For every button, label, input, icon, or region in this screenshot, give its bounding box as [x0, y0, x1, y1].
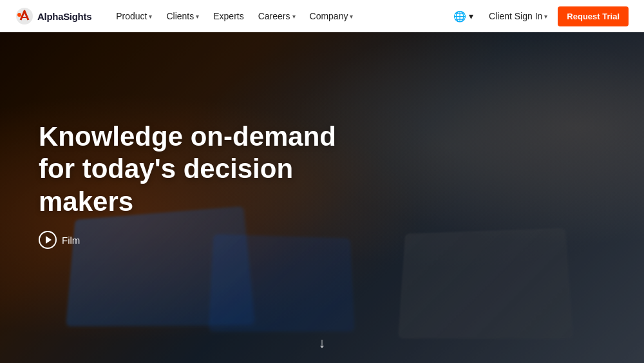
client-signin-label: Client Sign In	[489, 11, 542, 21]
nav-item-clients[interactable]: Clients ▾	[160, 7, 205, 25]
nav-company-label: Company	[310, 11, 348, 21]
nav-careers-chevron: ▾	[292, 13, 296, 20]
nav-product-chevron: ▾	[149, 13, 152, 20]
nav-item-company[interactable]: Company ▾	[303, 7, 360, 25]
navbar: AlphaSights Product ▾ Clients ▾ Experts …	[0, 0, 644, 32]
hero-section: Knowledge on-demand for today's decision…	[0, 0, 644, 363]
client-signin[interactable]: Client Sign In ▾	[482, 7, 554, 25]
alphasights-logo-icon	[15, 7, 33, 25]
nav-clients-label: Clients	[166, 11, 194, 21]
svg-point-1	[17, 13, 21, 17]
nav-item-product[interactable]: Product ▾	[109, 7, 158, 25]
play-circle-icon	[39, 231, 57, 249]
lang-chevron: ▾	[469, 11, 473, 21]
logo[interactable]: AlphaSights	[15, 7, 91, 25]
hero-title-line2: for today's decision makers	[39, 153, 293, 216]
hero-title: Knowledge on-demand for today's decision…	[39, 121, 374, 218]
nav-experts-label: Experts	[213, 11, 243, 21]
client-signin-chevron: ▾	[544, 13, 547, 20]
globe-icon: 🌐	[453, 10, 466, 23]
film-button[interactable]: Film	[39, 231, 80, 249]
nav-company-chevron: ▾	[350, 13, 353, 20]
hero-content: Knowledge on-demand for today's decision…	[0, 32, 644, 363]
nav-product-label: Product	[116, 11, 147, 21]
down-arrow-icon: ↓	[319, 335, 326, 351]
request-trial-button[interactable]: Request Trial	[558, 6, 629, 26]
hero-title-line1: Knowledge on-demand	[39, 121, 336, 152]
nav-item-careers[interactable]: Careers ▾	[252, 7, 302, 25]
nav-clients-chevron: ▾	[196, 13, 199, 20]
play-triangle-icon	[46, 236, 52, 244]
nav-right: 🌐 ▾ Client Sign In ▾ Request Trial	[448, 6, 629, 26]
logo-text: AlphaSights	[37, 11, 91, 22]
nav-careers-label: Careers	[258, 11, 290, 21]
language-selector[interactable]: 🌐 ▾	[448, 6, 478, 26]
scroll-down-arrow[interactable]: ↓	[319, 335, 326, 351]
film-label: Film	[62, 235, 80, 246]
nav-item-experts[interactable]: Experts	[207, 7, 250, 25]
nav-links: Product ▾ Clients ▾ Experts Careers ▾ Co…	[109, 7, 448, 25]
